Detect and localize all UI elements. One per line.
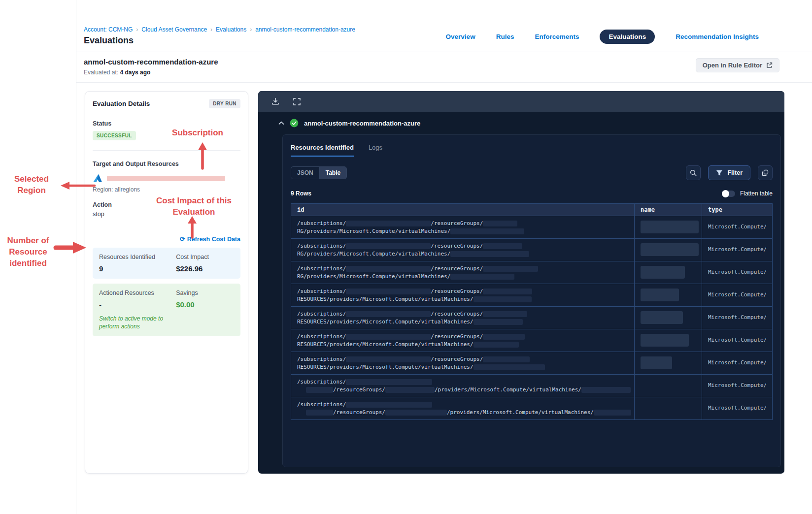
name-cell xyxy=(634,239,702,261)
copy-button[interactable] xyxy=(758,165,773,180)
download-icon[interactable] xyxy=(271,97,279,106)
evaluated-at-label: Evaluated at: xyxy=(84,69,118,76)
annotation-subscription: Subscription xyxy=(166,127,230,138)
breadcrumb-link-evaluations[interactable]: Evaluations xyxy=(216,26,246,33)
type-value: Microsoft.Compute/virtu xyxy=(708,310,766,325)
annotation-arrow-cost-impact xyxy=(186,216,198,239)
breadcrumb-separator: › xyxy=(136,26,138,33)
path-text: RG/providers/Microsoft.Compute/virtualMa… xyxy=(297,228,450,234)
breadcrumb-separator: › xyxy=(250,26,252,33)
id-cell-line: /subscriptions//resourceGroups/ xyxy=(297,333,628,340)
id-cell: /subscriptions//resourceGroups/RESOURCES… xyxy=(291,352,634,374)
redacted-name xyxy=(641,334,689,347)
nav-tab-overview[interactable]: Overview xyxy=(446,33,475,40)
name-cell xyxy=(634,307,702,329)
tab-logs[interactable]: Logs xyxy=(369,144,382,157)
success-check-icon xyxy=(290,119,299,128)
nav-tab-enforcements[interactable]: Enforcements xyxy=(535,33,579,40)
breadcrumb: Account: CCM-NG›Cloud Asset Governance›E… xyxy=(84,26,355,33)
table-row[interactable]: /subscriptions//resourceGroups/RG/provid… xyxy=(291,261,772,284)
spacer xyxy=(297,412,306,413)
status-label: Status xyxy=(93,120,240,127)
external-link-icon xyxy=(766,62,773,68)
type-cell: Microsoft.Compute/virtu xyxy=(702,307,772,329)
id-cell-line: /subscriptions/ xyxy=(297,378,628,386)
id-cell-line: /subscriptions//resourceGroups/ xyxy=(297,355,628,363)
id-cell: /subscriptions//resourceGroups//provider… xyxy=(291,375,634,397)
table-row[interactable]: /subscriptions//resourceGroups/RG/provid… xyxy=(291,216,772,238)
open-rule-editor-label: Open in Rule Editor xyxy=(703,62,762,69)
name-cell xyxy=(634,216,702,238)
id-cell-line: /subscriptions//resourceGroups/ xyxy=(297,265,628,272)
evaluation-name-title: anmol-custom-recommendation-azure xyxy=(84,58,218,66)
type-cell: Microsoft.Compute/virtu xyxy=(702,261,772,284)
filter-button[interactable]: Filter xyxy=(708,165,750,180)
open-rule-editor-button[interactable]: Open in Rule Editor xyxy=(696,58,779,72)
id-cell-line: RESOURCES/providers/Microsoft.Compute/vi… xyxy=(297,341,628,348)
flatten-table-toggle[interactable] xyxy=(722,191,735,197)
path-text: /subscriptions/ xyxy=(297,356,346,362)
path-text: RESOURCES/providers/Microsoft.Compute/vi… xyxy=(297,341,474,348)
type-cell: Microsoft.Compute/virtu xyxy=(702,216,772,238)
subheader-divider xyxy=(76,82,812,83)
fullscreen-icon[interactable] xyxy=(293,97,301,106)
table-row[interactable]: /subscriptions//resourceGroups/RESOURCES… xyxy=(291,284,772,306)
breadcrumb-link-account-ccm-ng[interactable]: Account: CCM-NG xyxy=(84,26,133,33)
type-value: Microsoft.Compute/virtu xyxy=(708,333,766,348)
view-toggle-table[interactable]: Table xyxy=(319,167,346,179)
table-row[interactable]: /subscriptions//resourceGroups/RESOURCES… xyxy=(291,329,772,352)
path-text: RESOURCES/providers/Microsoft.Compute/vi… xyxy=(297,319,474,325)
collapse-chevron-icon[interactable] xyxy=(278,121,284,125)
nav-tab-rules[interactable]: Rules xyxy=(496,33,514,40)
cost-impact-value: $226.96 xyxy=(176,264,234,273)
redacted-value xyxy=(346,379,432,385)
filter-funnel-icon xyxy=(716,170,723,176)
path-text: /subscriptions/ xyxy=(297,288,346,294)
redacted-value xyxy=(306,387,333,393)
table-row[interactable]: /subscriptions//resourceGroups//provider… xyxy=(291,374,772,397)
table-row[interactable]: /subscriptions//resourceGroups//provider… xyxy=(291,397,772,419)
redacted-value xyxy=(483,289,532,294)
divider xyxy=(93,150,240,151)
dry-run-badge: DRY RUN xyxy=(209,99,240,108)
breadcrumb-link-cloud-asset-governance[interactable]: Cloud Asset Governance xyxy=(141,26,207,33)
path-text: /resourceGroups/ xyxy=(431,243,483,249)
redacted-value xyxy=(346,334,431,340)
id-cell: /subscriptions//resourceGroups/RESOURCES… xyxy=(291,284,634,306)
type-cell: Microsoft.Compute/virtu xyxy=(702,352,772,374)
name-cell xyxy=(634,329,702,352)
redacted-value xyxy=(306,410,333,416)
flatten-table-label: Flatten table xyxy=(740,190,773,197)
redacted-value xyxy=(450,274,514,280)
refresh-cost-data-link[interactable]: ⟳Refresh Cost Data xyxy=(93,235,240,243)
evaluation-details-title: Evaluation Details xyxy=(93,100,150,107)
view-toggle-json[interactable]: JSON xyxy=(291,167,319,179)
nav-tab-evaluations[interactable]: Evaluations xyxy=(600,30,655,44)
path-text: /subscriptions/ xyxy=(297,243,346,249)
redacted-value xyxy=(450,251,529,257)
id-cell-line: /subscriptions/ xyxy=(297,401,628,408)
type-cell: Microsoft.Compute/virtu xyxy=(702,329,772,352)
redacted-value xyxy=(594,410,631,416)
savings-value: $0.00 xyxy=(176,300,234,309)
tab-resources-identified[interactable]: Resources Identified xyxy=(291,144,354,157)
redacted-value xyxy=(483,266,538,272)
id-cell-line: RG/providers/Microsoft.Compute/virtualMa… xyxy=(297,227,628,235)
id-cell-line: /subscriptions//resourceGroups/ xyxy=(297,220,628,227)
actioned-resources-label: Actioned Resources xyxy=(99,289,176,296)
name-cell xyxy=(634,375,702,397)
table-row[interactable]: /subscriptions//resourceGroups/RG/provid… xyxy=(291,238,772,261)
id-cell: /subscriptions//resourceGroups/RESOURCES… xyxy=(291,307,634,329)
redacted-value xyxy=(346,356,431,362)
type-value: Microsoft.Compute/virtu xyxy=(708,378,766,393)
breadcrumb-link-anmol-custom-recommendation-azure[interactable]: anmol-custom-recommendation-azure xyxy=(255,26,355,33)
path-text: /providers/Microsoft.Compute/virtualMach… xyxy=(435,386,581,393)
nav-tab-recommendation-insights[interactable]: Recommendation Insights xyxy=(676,33,759,40)
table-row[interactable]: /subscriptions//resourceGroups/RESOURCES… xyxy=(291,352,772,374)
path-text: /subscriptions/ xyxy=(297,311,346,317)
table-body: /subscriptions//resourceGroups/RG/provid… xyxy=(291,216,772,419)
type-cell: Microsoft.Compute/virtu xyxy=(702,284,772,306)
redacted-value xyxy=(474,319,523,325)
search-button[interactable] xyxy=(686,165,701,180)
table-row[interactable]: /subscriptions//resourceGroups/RESOURCES… xyxy=(291,306,772,329)
